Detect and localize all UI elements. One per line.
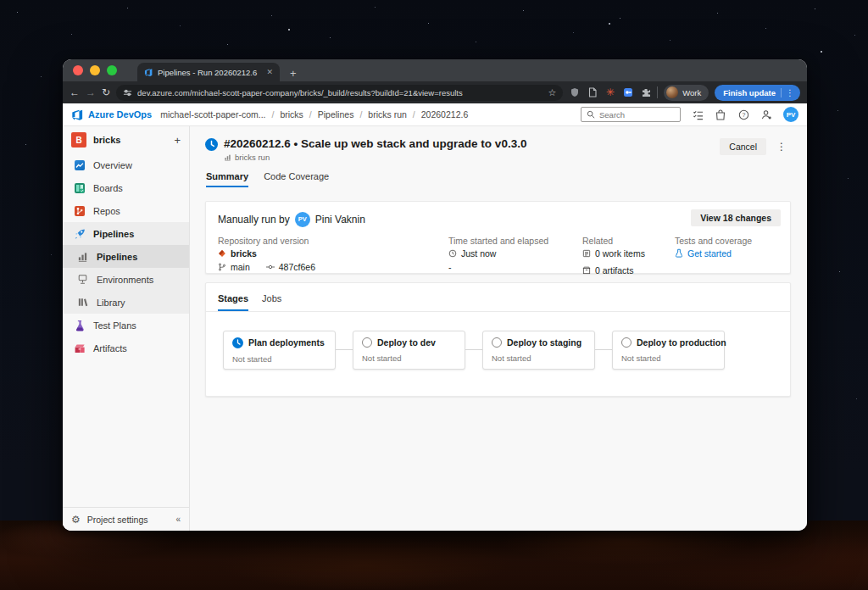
tab-code-coverage[interactable]: Code Coverage <box>264 171 329 187</box>
bookmark-star-icon[interactable]: ☆ <box>548 87 556 98</box>
sidebar-item-boards[interactable]: Boards <box>63 176 189 199</box>
tab-title: Pipelines - Run 20260212.6 <box>158 68 261 77</box>
tab-close-icon[interactable]: ✕ <box>266 68 273 76</box>
window-controls <box>63 59 125 81</box>
address-bar[interactable]: dev.azure.com/michael-scott-paper-compan… <box>116 85 563 101</box>
sidebar-item-repos[interactable]: Repos <box>63 199 189 222</box>
sidebar-item-pipelines-pipelines[interactable]: Pipelines <box>63 245 189 268</box>
more-actions-icon[interactable]: ⋮ <box>776 141 787 153</box>
stage-name: Deploy to dev <box>377 337 436 348</box>
extension-icon-4[interactable] <box>622 87 633 98</box>
project-settings[interactable]: ⚙ Project settings « <box>63 507 189 531</box>
add-project-icon[interactable]: + <box>174 134 181 147</box>
sidebar-item-label: Overview <box>93 160 132 170</box>
extensions-area: ✳ <box>569 87 651 98</box>
library-icon <box>76 296 89 309</box>
forward-icon[interactable]: → <box>86 87 96 97</box>
run-by-avatar[interactable]: PV <box>295 212 310 227</box>
stage-card-plan-deployments[interactable]: Plan deployments Not started <box>223 331 336 370</box>
sidebar-item-label: Pipelines <box>93 229 134 239</box>
sidebar-item-label: Boards <box>93 183 123 193</box>
stage-queued-icon <box>232 337 243 348</box>
sidebar-item-label: Test Plans <box>93 320 136 331</box>
stars-bright-decoration <box>0 0 2 2</box>
user-settings-icon[interactable] <box>760 109 772 120</box>
sidebar-item-overview[interactable]: Overview <box>63 153 189 176</box>
time-label: Time started and elapsed <box>448 236 582 246</box>
summary-card: Manually run by PV Pini Vaknin View 18 c… <box>205 201 791 274</box>
browser-toolbar: ← → ↻ dev.azure.com/michael-scott-paper-… <box>63 81 807 103</box>
finish-update-button[interactable]: Finish update ⋮ <box>715 85 800 101</box>
tab-jobs[interactable]: Jobs <box>262 293 281 311</box>
sidebar-item-test-plans[interactable]: Test Plans <box>63 314 189 337</box>
browser-menu-icon[interactable]: ⋮ <box>781 88 794 97</box>
project-switcher[interactable]: B bricks + <box>63 126 189 153</box>
task-list-icon[interactable] <box>692 109 704 120</box>
marketplace-bag-icon[interactable] <box>715 109 726 120</box>
site-info-icon[interactable] <box>123 88 132 97</box>
time-started: Just now <box>461 248 496 259</box>
project-name: bricks <box>93 135 167 145</box>
pipelines-rocket-icon <box>73 227 86 240</box>
browser-tab-active[interactable]: Pipelines - Run 20260212.6 ✕ <box>137 63 280 81</box>
stage-name: Plan deployments <box>248 337 325 348</box>
zoom-window-button[interactable] <box>107 65 117 75</box>
url-text: dev.azure.com/michael-scott-paper-compan… <box>137 88 542 97</box>
tests-label: Tests and coverage <box>675 236 778 246</box>
stage-card-deploy-to-dev[interactable]: Deploy to dev Not started <box>353 331 465 370</box>
extension-icon-3[interactable]: ✳ <box>604 87 615 98</box>
time-column: Time started and elapsed Just now - <box>448 236 582 276</box>
desktop-background: Pipelines - Run 20260212.6 ✕ + ← → ↻ dev… <box>0 0 868 590</box>
extension-icon-2[interactable] <box>587 87 598 98</box>
branch-name-link[interactable]: main <box>231 262 250 272</box>
stage-connector <box>595 349 612 350</box>
artifacts-link[interactable]: 0 artifacts <box>595 265 634 276</box>
get-started-link[interactable]: Get started <box>687 248 732 259</box>
sidebar-item-artifacts[interactable]: Artifacts <box>63 337 189 359</box>
finish-update-label: Finish update <box>723 88 776 97</box>
tab-stages[interactable]: Stages <box>218 293 248 311</box>
sidebar-item-environments[interactable]: Environments <box>63 268 189 291</box>
stage-card-deploy-to-staging[interactable]: Deploy to staging Not started <box>482 331 595 370</box>
devops-brand[interactable]: Azure DevOps <box>71 109 152 120</box>
cancel-button[interactable]: Cancel <box>720 138 766 155</box>
tab-summary[interactable]: Summary <box>206 171 248 187</box>
collapse-sidebar-icon[interactable]: « <box>175 515 181 524</box>
search-box[interactable] <box>581 107 681 122</box>
breadcrumb-pipelines[interactable]: Pipelines <box>318 109 354 120</box>
search-input[interactable] <box>599 110 675 120</box>
breadcrumb-pipeline[interactable]: bricks run <box>368 109 407 120</box>
breadcrumb-run[interactable]: 20260212.6 <box>421 109 468 120</box>
reload-icon[interactable]: ↻ <box>102 87 110 97</box>
help-icon[interactable]: ? <box>737 109 749 120</box>
stage-name: Deploy to staging <box>507 337 581 348</box>
stage-card-deploy-to-production[interactable]: Deploy to production Not started <box>612 331 725 370</box>
view-changes-button[interactable]: View 18 changes <box>691 209 781 226</box>
commit-link[interactable]: 487cf6e6 <box>279 262 315 272</box>
pipeline-mini-icon <box>224 153 231 161</box>
sidebar-group-pipelines: Pipelines Pipelines Environments <box>63 222 189 314</box>
user-avatar[interactable]: PV <box>783 107 798 122</box>
extensions-puzzle-icon[interactable] <box>640 87 651 98</box>
pipeline-name: bricks run <box>235 153 270 162</box>
new-tab-button[interactable]: + <box>290 68 297 79</box>
breadcrumb-project[interactable]: bricks <box>280 109 303 120</box>
related-column: Related 0 work items <box>582 236 675 276</box>
profile-chip[interactable]: Work <box>664 85 709 101</box>
close-window-button[interactable] <box>73 65 83 75</box>
project-avatar: B <box>71 132 86 148</box>
devops-header: Azure DevOps michael-scott-paper-com... … <box>63 103 807 126</box>
extension-icon-1[interactable] <box>569 87 580 98</box>
run-header: #20260212.6 • Scale up web stack and upg… <box>205 137 791 162</box>
clock-icon <box>448 249 457 258</box>
sidebar-item-label: Repos <box>93 206 120 216</box>
repo-name-link[interactable]: bricks <box>231 248 257 259</box>
sidebar-item-library[interactable]: Library <box>63 291 189 314</box>
minimize-window-button[interactable] <box>90 65 100 75</box>
work-items-link[interactable]: 0 work items <box>595 248 645 259</box>
pipeline-link[interactable]: bricks run <box>224 153 526 162</box>
sidebar-item-pipelines[interactable]: Pipelines <box>63 222 189 245</box>
stages-card: Stages Jobs Plan deployments Not starte <box>205 282 791 397</box>
breadcrumb-org[interactable]: michael-scott-paper-com... <box>160 109 265 120</box>
back-icon[interactable]: ← <box>70 87 80 97</box>
